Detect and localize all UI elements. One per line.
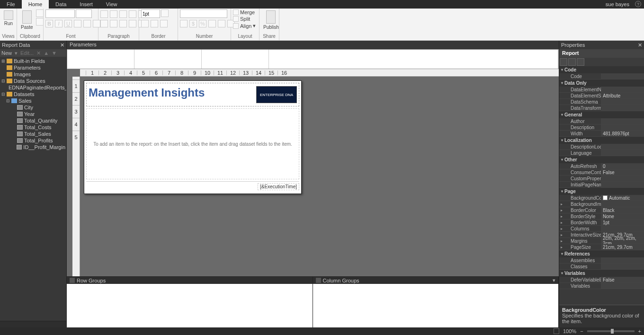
tree-field[interactable]: Total_Quantity [0, 117, 66, 124]
prop-row[interactable]: ▸Margins2cm, 2cm, 2cm, 2cm [559, 238, 644, 244]
align-right-icon[interactable] [119, 10, 127, 18]
prop-row[interactable]: ▸BorderWidth1pt [559, 220, 644, 226]
paste-button[interactable]: Paste [19, 9, 35, 31]
prop-row[interactable]: CustomProperties [559, 176, 644, 182]
run-button[interactable]: Run [2, 9, 15, 27]
prop-category[interactable]: ▾General [559, 111, 644, 118]
fill-color-icon[interactable] [83, 20, 91, 27]
prop-alpha-icon[interactable] [568, 58, 576, 66]
prop-pages-icon[interactable] [577, 58, 584, 66]
tree-parameters[interactable]: Parameters [0, 64, 66, 71]
tree-datasources[interactable]: ⊟Data Sources [0, 78, 66, 84]
prop-row[interactable]: AutoRefresh0 [559, 163, 644, 169]
prop-category[interactable]: ▾Other [559, 156, 644, 163]
prop-row[interactable]: Classes [559, 264, 644, 270]
prop-row[interactable]: Variables [559, 283, 644, 289]
tree-ds-edna[interactable]: EDNAPaginatedReports_M [0, 84, 66, 91]
prop-row[interactable]: DataElementStyleAttribute [559, 93, 644, 99]
prop-row[interactable]: DataElementNam [559, 87, 644, 93]
prop-category[interactable]: ▾Data Only [559, 79, 644, 87]
prop-row[interactable]: ▸BorderStyleNone [559, 213, 644, 220]
font-color-icon[interactable] [74, 20, 81, 27]
indent-dec-icon[interactable] [129, 10, 136, 18]
zoom-out-icon[interactable]: − [580, 328, 583, 334]
prop-category[interactable]: ▾Localization [559, 137, 644, 144]
parameters-area[interactable] [67, 49, 559, 69]
border-width-combo[interactable] [141, 9, 160, 18]
prop-category[interactable]: ▾References [559, 250, 644, 257]
italic-icon[interactable]: I [55, 20, 63, 27]
report-canvas[interactable]: Management Insights ENTERPRISE DNA To ad… [84, 80, 302, 194]
border-style-icon[interactable] [141, 20, 149, 27]
currency-icon[interactable]: $ [189, 20, 197, 27]
font-size-combo[interactable] [76, 9, 92, 18]
prop-row[interactable]: DataSchema [559, 99, 644, 105]
tree-field[interactable]: Total_Sales [0, 131, 66, 137]
tree-builtin[interactable]: ⊞Built-in Fields [0, 58, 66, 64]
prop-row[interactable]: Assemblies [559, 257, 644, 264]
tree-dataset-sales[interactable]: ⊟Sales [0, 97, 66, 104]
tree-field[interactable]: City [0, 104, 66, 111]
zoom-slider[interactable] [587, 330, 635, 332]
prop-row[interactable]: Width481.88976pt [559, 131, 644, 137]
prop-category[interactable]: ▾Variables [559, 270, 644, 277]
prop-row[interactable]: ▸Columns [559, 226, 644, 232]
prop-row[interactable]: ConsumeContainFalse [559, 169, 644, 176]
menu-file[interactable]: File [0, 0, 22, 9]
prop-row[interactable]: ▸BorderColorBlack [559, 207, 644, 213]
prop-row[interactable]: Language [559, 150, 644, 156]
menu-insert[interactable]: Insert [73, 0, 99, 9]
prop-row[interactable]: ▸BackgroundImag [559, 201, 644, 207]
zoom-in-icon[interactable]: + [638, 328, 641, 334]
cut-icon[interactable] [36, 9, 44, 17]
menu-data[interactable]: Data [49, 0, 73, 9]
tree-images[interactable]: Images [0, 71, 66, 78]
font-family-combo[interactable] [45, 9, 75, 18]
publish-button[interactable]: Publish [261, 9, 281, 31]
prop-category[interactable]: ▾Page [559, 188, 644, 195]
prop-row[interactable]: DescriptionLocID [559, 144, 644, 150]
prop-row[interactable]: Code [559, 73, 644, 79]
number-format-combo[interactable] [180, 9, 227, 18]
prop-row[interactable]: ▸PageSize21cm, 29.7cm [559, 244, 644, 250]
prop-category[interactable]: ▾Code [559, 66, 644, 73]
tree-field[interactable]: Total_Costs [0, 124, 66, 131]
border-side-icon[interactable] [160, 20, 168, 27]
properties-close-icon[interactable]: ✕ [638, 42, 642, 48]
prop-row[interactable]: Author [559, 118, 644, 124]
user-name[interactable]: sue bayes [602, 0, 633, 9]
groups-menu-icon[interactable]: ▾ [553, 277, 555, 283]
prop-row[interactable]: Description [559, 124, 644, 131]
row-groups-body[interactable] [67, 284, 313, 327]
report-logo[interactable]: ENTERPRISE DNA [256, 86, 297, 103]
tree-field[interactable]: Year [0, 111, 66, 117]
prop-categorized-icon[interactable] [560, 58, 567, 66]
align-mid-icon[interactable] [110, 20, 117, 27]
dec-inc-icon[interactable] [218, 20, 225, 27]
menu-home[interactable]: Home [22, 0, 49, 9]
bold-icon[interactable]: B [45, 20, 53, 27]
menu-view[interactable]: View [99, 0, 124, 9]
underline-icon[interactable]: U [64, 20, 72, 27]
report-body-placeholder[interactable]: To add an item to the report: on the Ins… [86, 108, 299, 179]
align-center-icon[interactable] [110, 10, 117, 18]
comma-icon[interactable] [208, 20, 216, 27]
col-groups-body[interactable] [313, 284, 559, 327]
status-view-icon[interactable] [554, 328, 559, 334]
properties-grid[interactable]: ▾CodeCode▾Data OnlyDataElementNamDataEle… [559, 66, 644, 305]
prop-row[interactable]: BackgroundColorAutomatic [559, 195, 644, 201]
align-left-icon[interactable] [100, 10, 108, 18]
bullets-icon[interactable] [129, 20, 136, 27]
align-bot-icon[interactable] [119, 20, 127, 27]
report-data-new[interactable]: New [1, 50, 12, 56]
prop-row[interactable]: DataTransform [559, 105, 644, 111]
merge-button[interactable]: Merge [233, 9, 255, 15]
tree-datasets[interactable]: ⊟Datasets [0, 91, 66, 97]
split-button[interactable]: Split [233, 16, 250, 22]
tree-field[interactable]: Total_Profits [0, 137, 66, 144]
execution-time-field[interactable]: [&ExecutionTime] [258, 183, 299, 190]
percent-icon[interactable]: % [199, 20, 206, 27]
report-data-close-icon[interactable]: ✕ [60, 42, 64, 48]
tree-field[interactable]: ID__Profit_Margin [0, 144, 66, 150]
prop-row[interactable]: InitialPageName [559, 182, 644, 188]
